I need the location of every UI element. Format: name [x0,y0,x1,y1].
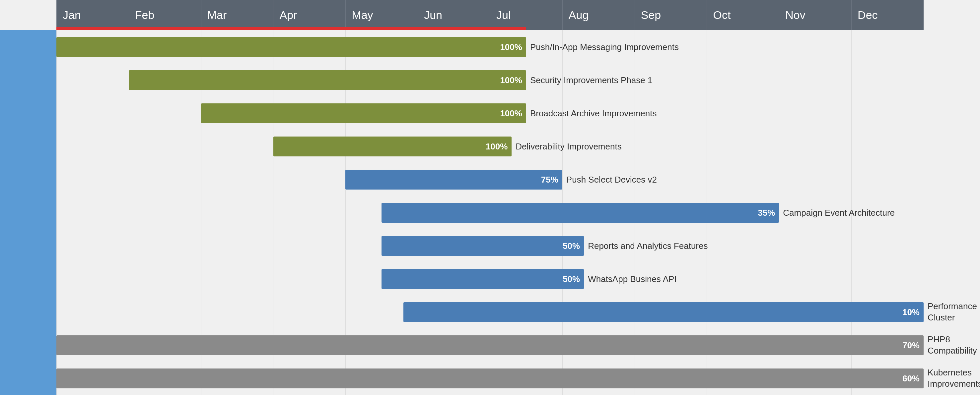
month-apr: Apr [273,0,345,30]
bar-label-whatsapp: WhatsApp Busines API [588,274,676,284]
bar-campaign-event: 35% [382,203,779,223]
gantt-row-whatsapp: WhatsApp Busines API50% [56,266,924,292]
month-oct: Oct [706,0,779,30]
bar-percent-reports: 50% [563,241,580,251]
bar-percent-broadcast: 100% [500,108,522,119]
month-may: May [345,0,418,30]
bar-percent-whatsapp: 50% [563,274,580,284]
bar-label-security: Security Improvements Phase 1 [530,75,652,86]
right-labels: PerformanceClusterPHP8CompatibilityKuber… [924,30,980,395]
gantt-row-deliverability: Deliverability Improvements100% [56,133,924,160]
gantt-row-push-in-app: Push/In-App Messaging Improvements100% [56,34,924,60]
right-label-kubernetes: KubernetesImprovements [924,365,980,392]
bar-percent-deliverability: 100% [486,141,508,152]
month-mar: Mar [201,0,274,30]
year-label-left [0,0,56,30]
bar-percent-performance: 10% [902,307,920,317]
bar-label-reports: Reports and Analytics Features [588,241,708,251]
gantt-row-security: Security Improvements Phase 1100% [56,67,924,94]
bar-label-broadcast: Broadcast Archive Improvements [530,108,657,119]
gantt-row-broadcast: Broadcast Archive Improvements100% [56,100,924,127]
bar-push-in-app: 100% [56,37,526,57]
content-area: Push/In-App Messaging Improvements100%Se… [0,30,980,395]
month-jul: Jul [490,0,562,30]
month-aug: Aug [562,0,635,30]
gantt-row-reports: Reports and Analytics Features50% [56,233,924,259]
right-label-php8: PHP8Compatibility [924,332,980,359]
gantt-main: Push/In-App Messaging Improvements100%Se… [56,30,924,395]
main-container: JanFebMarAprMayJunJulAugSepOctNovDec Pus… [0,0,980,395]
bar-push-select: 75% [345,170,562,190]
bar-kubernetes: 60% [56,368,924,389]
month-nov: Nov [779,0,851,30]
year-label-right [924,0,980,30]
month-feb: Feb [129,0,201,30]
gantt-row-kubernetes: 60% [56,365,924,392]
bar-whatsapp: 50% [382,269,584,289]
bar-label-campaign-event: Campaign Event Architecture [783,208,895,218]
month-dec: Dec [851,0,924,30]
bar-php8: 70% [56,335,924,355]
month-sep: Sep [635,0,707,30]
bar-percent-security: 100% [500,75,522,86]
months-row: JanFebMarAprMayJunJulAugSepOctNovDec [56,0,924,30]
gantt-row-push-select: Push Select Devices v275% [56,167,924,193]
bar-label-push-in-app: Push/In-App Messaging Improvements [530,42,679,52]
bar-percent-campaign-event: 35% [758,208,775,218]
month-jun: Jun [418,0,490,30]
gantt-row-campaign-event: Campaign Event Architecture35% [56,200,924,226]
gantt-row-php8: 70% [56,332,924,359]
month-jan: Jan [56,0,129,30]
progress-indicator [56,27,526,30]
bar-broadcast: 100% [201,103,526,123]
bar-label-deliverability: Deliverability Improvements [515,141,621,152]
bar-percent-php8: 70% [902,340,920,351]
sidebar [0,30,56,395]
bar-label-push-select: Push Select Devices v2 [566,174,657,185]
bar-security: 100% [129,70,526,90]
bar-percent-push-select: 75% [541,174,558,185]
bar-deliverability: 100% [274,136,512,156]
bar-reports: 50% [382,236,584,256]
gantt-chart: Push/In-App Messaging Improvements100%Se… [56,30,980,395]
right-label-performance: PerformanceCluster [924,299,980,325]
bar-percent-push-in-app: 100% [500,42,522,52]
gantt-row-performance: 10% [56,299,924,325]
months-container: JanFebMarAprMayJunJulAugSepOctNovDec [56,0,924,30]
timeline-header: JanFebMarAprMayJunJulAugSepOctNovDec [0,0,980,30]
bar-percent-kubernetes: 60% [902,373,920,384]
bar-performance: 10% [403,302,924,322]
